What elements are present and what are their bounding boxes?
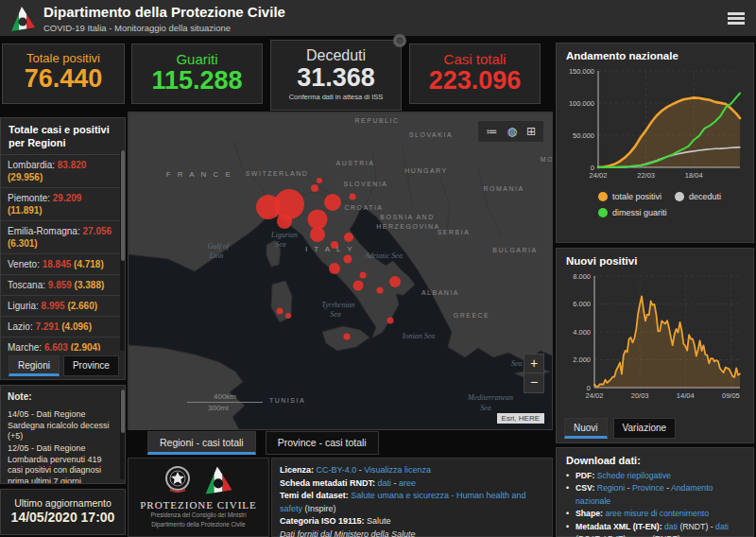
text-segment: Temi del dataset: xyxy=(280,491,351,500)
stat-label: Casi totali xyxy=(410,51,540,67)
link[interactable]: dati xyxy=(715,522,729,531)
zoom-out-button[interactable]: − xyxy=(524,373,543,392)
zoom-in-button[interactable]: + xyxy=(524,355,543,373)
protezione-civile-triangle-icon xyxy=(202,463,234,497)
country-label: SWITZERLAND xyxy=(246,170,309,177)
andamento-title: Andamento nazionale xyxy=(557,43,753,63)
license-line: Temi del dataset: Salute umana e sicurez… xyxy=(280,490,544,515)
country-label: TUNISIA xyxy=(269,397,305,404)
country-label: I T A L Y xyxy=(305,245,354,253)
link[interactable]: Regioni xyxy=(597,483,625,493)
text-segment: - xyxy=(664,483,671,493)
legend-label: deceduti xyxy=(689,192,721,201)
region-row[interactable]: Lombardia: 83.820 (29.956) xyxy=(1,154,120,187)
case-bubble[interactable] xyxy=(277,214,292,229)
case-bubble[interactable] xyxy=(329,263,340,274)
gear-icon[interactable]: ⚙ xyxy=(393,34,406,47)
case-bubble[interactable] xyxy=(310,227,325,242)
case-bubble[interactable] xyxy=(256,195,281,219)
nuovi-title: Nuovi positivi xyxy=(557,249,753,268)
legend-item[interactable]: totale positivi xyxy=(598,192,662,201)
menu-icon[interactable] xyxy=(728,12,745,25)
case-bubble[interactable] xyxy=(324,194,341,211)
tab-variazione[interactable]: Variazione xyxy=(613,418,677,439)
map-tab-province[interactable]: Province - casi totali xyxy=(266,431,379,455)
sea-label: Sea xyxy=(480,404,491,412)
regions-panel: Totale casi e positivi per Regioni Lomba… xyxy=(0,117,126,380)
notes-panel: Note: 14/05 - Dati Regione Sardegna rica… xyxy=(0,385,126,484)
case-bubble[interactable] xyxy=(344,334,351,340)
region-row[interactable]: Emilia-Romagna: 27.056 (6.301) xyxy=(1,220,120,253)
case-bubble[interactable] xyxy=(360,272,367,279)
map-canvas[interactable]: REPUBLICSLOVAKIAF R A N C ESWITZERLANDAU… xyxy=(129,113,553,430)
sea-label: Adriatic Sea xyxy=(364,251,403,260)
case-bubble[interactable] xyxy=(389,276,401,287)
link[interactable]: dati xyxy=(378,478,392,488)
map-attribution[interactable]: Esri, HERE xyxy=(497,413,544,424)
app-title: Dipartimento della Protezione Civile xyxy=(43,4,285,20)
case-bubble[interactable] xyxy=(277,308,284,315)
case-bubble[interactable] xyxy=(344,233,353,242)
region-row[interactable]: Liguria: 8.995 (2.660) xyxy=(1,295,120,316)
regions-list[interactable]: Lombardia: 83.820 (29.956)Piemonte: 29.2… xyxy=(1,154,120,351)
case-bubble[interactable] xyxy=(317,178,322,183)
regions-scrollbar[interactable] xyxy=(120,150,125,351)
region-row[interactable]: Marche: 6.603 (2.904) xyxy=(1,337,120,351)
case-bubble[interactable] xyxy=(353,281,364,291)
tab-regioni[interactable]: Regioni xyxy=(9,355,60,376)
link[interactable]: Schede riepilogative xyxy=(597,471,671,480)
region-row[interactable]: Lazio: 7.291 (4.096) xyxy=(1,316,120,337)
org-logo-box: PROTEZIONE CIVILE Presidenza del Consigl… xyxy=(128,458,269,537)
case-bubble[interactable] xyxy=(344,255,352,264)
link[interactable]: aree misure di contenimento xyxy=(605,509,709,518)
covid-dashboard: Dipartimento della Protezione Civile COV… xyxy=(0,0,756,537)
case-bubble[interactable] xyxy=(387,318,394,324)
notes-list[interactable]: 14/05 - Dati Regione Sardegna ricalcolo … xyxy=(8,409,116,483)
text-segment: (RNDT) - xyxy=(678,522,715,531)
link[interactable]: CC-BY-4.0 xyxy=(317,465,357,475)
text-segment: (Inspire) xyxy=(302,504,336,513)
legend-item[interactable]: deceduti xyxy=(675,192,721,201)
case-bubble[interactable] xyxy=(350,194,356,200)
case-bubble[interactable] xyxy=(308,210,328,230)
stat-value: 223.096 xyxy=(410,67,540,94)
sea-label: Lion xyxy=(209,251,224,260)
apps-grid-icon[interactable]: ⊞ xyxy=(526,126,536,137)
legend-icon[interactable]: ≔ xyxy=(486,126,497,137)
region-row[interactable]: Toscana: 9.859 (3.388) xyxy=(1,274,120,295)
org-name: PROTEZIONE CIVILE xyxy=(129,499,268,511)
link[interactable]: Visualizza licenza xyxy=(364,465,431,475)
link[interactable]: Province xyxy=(632,483,664,493)
region-row[interactable]: Veneto: 18.845 (4.718) xyxy=(1,253,120,274)
country-label: CROATIA xyxy=(344,204,383,211)
link[interactable]: aree xyxy=(399,478,416,488)
nuovi-chart[interactable]: 02.0004.0006.0008.00024/0220/0314/0409/0… xyxy=(562,268,747,408)
basemap-icon[interactable]: ◍ xyxy=(507,126,516,137)
andamento-legend: totale positividecedutidimessi guariti xyxy=(598,192,753,224)
svg-text:18/04: 18/04 xyxy=(685,171,703,180)
sea-label: Sea xyxy=(330,310,341,319)
link[interactable]: dati xyxy=(664,522,678,531)
region-row[interactable]: Piemonte: 29.209 (11.891) xyxy=(1,187,120,220)
stat-label: Deceduti xyxy=(271,47,401,64)
tab-province[interactable]: Province xyxy=(63,355,119,376)
case-bubble[interactable] xyxy=(285,313,291,319)
italy-map[interactable]: REPUBLICSLOVAKIAF R A N C ESWITZERLANDAU… xyxy=(128,112,553,430)
app-subtitle: COVID-19 Italia - Monitoraggio della sit… xyxy=(43,23,231,33)
legend-item[interactable]: dimessi guariti xyxy=(598,208,667,217)
map-tab-regioni[interactable]: Regioni - casi totali xyxy=(147,431,256,455)
case-bubble[interactable] xyxy=(311,184,318,192)
stat-casi-totali: Casi totali 223.096 xyxy=(409,43,541,104)
download-item: CSV: Regioni - Province - Andamento nazi… xyxy=(576,482,747,508)
download-panel: Download dati: PDF: Schede riepilogative… xyxy=(556,447,754,537)
sea-label: Gulf of xyxy=(208,242,231,251)
case-bubble[interactable] xyxy=(377,287,384,294)
country-label: AUSTRIA xyxy=(336,160,375,166)
tab-nuovi[interactable]: Nuovi xyxy=(564,418,608,439)
svg-text:24/02: 24/02 xyxy=(590,171,608,180)
country-label: GREECE xyxy=(454,312,490,319)
country-label: MO xyxy=(541,156,553,163)
notes-scrollbar[interactable] xyxy=(120,390,125,479)
svg-text:14/04: 14/04 xyxy=(677,391,695,400)
andamento-chart[interactable]: 050.000100.000150.00024/0222/0318/04 xyxy=(562,63,747,188)
